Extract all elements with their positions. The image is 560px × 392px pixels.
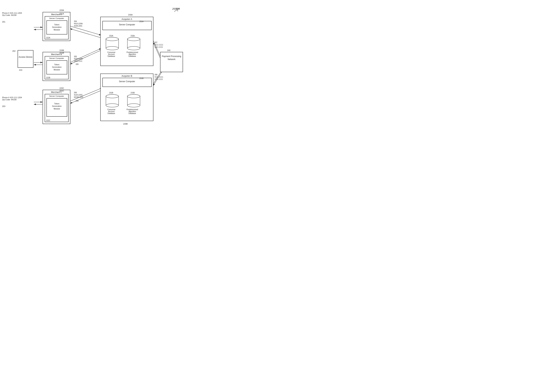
svg-point-31: [127, 37, 140, 41]
merchant-c-outer: Merchant C Server Computer TokenGenerati…: [43, 90, 70, 124]
merchant-b-server: Server Computer TokenGenerationModule 22…: [45, 56, 69, 79]
token-205-ref: 205: [74, 55, 83, 58]
consumer-db-b: Consumer Account Database: [105, 94, 119, 108]
algorithm-db-b: Predetermined Algorithm Database: [127, 94, 141, 108]
merchant-c-server: Server Computer TokenGenerationModule 22…: [45, 94, 69, 122]
ref-233b: 233B: [130, 92, 135, 94]
ref-230a: 230A: [128, 14, 133, 16]
ref-200-label: 200: [172, 7, 176, 10]
token-206-num: 206: [76, 100, 79, 102]
svg-point-34: [106, 104, 119, 107]
algorithm-db-a-label: Predetermined Algorithm Database: [125, 51, 139, 57]
merchant-c-module: TokenGenerationModule: [46, 98, 67, 117]
ref-222a: 222A: [46, 37, 50, 39]
ppn-box: Payment Processing Network: [160, 52, 183, 72]
user-info-top-zip: Zip Code: 94158: [2, 14, 22, 16]
ref-203: 203: [2, 105, 5, 107]
acquirer-a-server-label: Server Computer: [103, 23, 151, 26]
token-208-label: 208 4111-1111- 1111-1111: [154, 73, 163, 80]
ref-221a: 221A: [60, 13, 64, 15]
ref-222c: 222C: [46, 120, 50, 121]
token-204-ref: 204: [74, 20, 83, 22]
access-device-label: Access Device: [18, 56, 33, 58]
ref-221c: 221C: [60, 90, 64, 92]
user-info-bottom-zip: Zip Code: 94158: [2, 99, 22, 101]
merchant-a-module-label: TokenGenerationModule: [47, 23, 67, 31]
token-207-label: 207 4111-1111- 1111-1111: [154, 41, 163, 48]
merchant-b-label: Merchant B: [43, 53, 70, 56]
token-206-label: 206 4120-220C- 94158-4151: [74, 91, 83, 98]
ppn-label: Payment Processing Network: [160, 55, 183, 61]
ref-232a: 232A: [109, 35, 113, 37]
user-info-top: Phone # 415-111-1204 Zip Code: 94158: [2, 12, 22, 16]
consumer-db-a: Consumer Account Database: [105, 37, 119, 51]
user-info-top-phone: Phone # 415-111-1204: [2, 12, 22, 14]
user-info-bottom: Phone # 415-111-1204 Zip Code: 94158: [2, 96, 22, 101]
ref-220a: 220A: [60, 9, 64, 11]
merchant-b-module: TokenGenerationModule: [46, 60, 67, 74]
acquirer-a-label: Acquirer A: [101, 18, 153, 20]
access-device-box: Access Device: [18, 50, 33, 68]
ref-221b: 221B: [60, 52, 64, 54]
acquirer-b-server-label: Server Computer: [103, 80, 151, 83]
merchant-b-server-label: Server Computer: [45, 57, 68, 59]
user-info-bottom-phone: Phone # 415-111-1204: [2, 96, 22, 99]
ref-220c: 220C: [60, 87, 64, 89]
token-205-label: 205 4158-220B- 1204-1111: [74, 55, 83, 62]
ref-200: 200: [176, 7, 180, 10]
ref-232b: 232B: [109, 92, 113, 94]
ref-210: 210: [19, 69, 22, 71]
merchant-c-server-label: Server Computer: [45, 95, 68, 97]
merchant-c-label: Merchant C: [43, 91, 70, 93]
merchant-a-server: Server Computer TokenGenerationModule 22…: [45, 16, 69, 40]
token-204-label: 204 4415-220A- 4158-2041: [74, 20, 83, 27]
consumer-db-a-label: Consumer Account Database: [104, 51, 118, 57]
acquirer-b-server: Server Computer: [102, 78, 152, 87]
ref-202: 202: [12, 50, 15, 52]
merchant-a-label: Merchant A: [43, 13, 70, 16]
svg-point-35: [106, 94, 119, 98]
merchant-c-module-label: TokenGenerationModule: [47, 102, 67, 110]
token-204-value: 4415-220A-: [74, 22, 83, 25]
svg-point-30: [127, 46, 140, 50]
svg-point-26: [106, 46, 119, 50]
ref-233a: 233A: [130, 35, 135, 37]
merchant-a-outer: Merchant A Server Computer TokenGenerati…: [43, 12, 70, 41]
merchant-b-module-label: TokenGenerationModule: [47, 63, 67, 71]
ref-201: 201: [2, 21, 5, 23]
ref-222b: 222B: [46, 77, 50, 79]
svg-point-39: [127, 94, 140, 98]
token-206-ref: 206: [74, 91, 83, 94]
merchant-a-module: TokenGenerationModule: [46, 20, 67, 34]
svg-point-38: [127, 104, 140, 107]
svg-line-11: [70, 29, 101, 38]
ref-220b: 220B: [60, 49, 64, 51]
acquirer-b-label: Acquirer B: [101, 75, 153, 77]
acquirer-a-server: Server Computer: [102, 21, 152, 30]
merchant-a-server-label: Server Computer: [45, 17, 68, 19]
svg-line-10: [70, 26, 101, 35]
patent-diagram: 200 200 Phone # 415-111-1204 Zip Code: 9…: [0, 0, 187, 131]
ref-208: 208: [154, 73, 163, 76]
ref-231a: 231A: [139, 20, 143, 22]
svg-point-27: [106, 37, 119, 41]
ref-231b: 231B: [139, 77, 143, 79]
ref-240: 240: [167, 49, 170, 51]
token-205-num: 205: [76, 63, 79, 65]
algorithm-db-b-label: Predetermined Algorithm Database: [125, 109, 139, 114]
ref-207: 207: [154, 41, 163, 44]
algorithm-db-a: Predetermined Algorithm Database: [127, 37, 141, 51]
merchant-b-outer: Merchant B Server Computer TokenGenerati…: [43, 52, 70, 81]
ref-230b: 230B: [123, 123, 128, 125]
consumer-db-b-label: Consumer Account Database: [104, 109, 118, 114]
